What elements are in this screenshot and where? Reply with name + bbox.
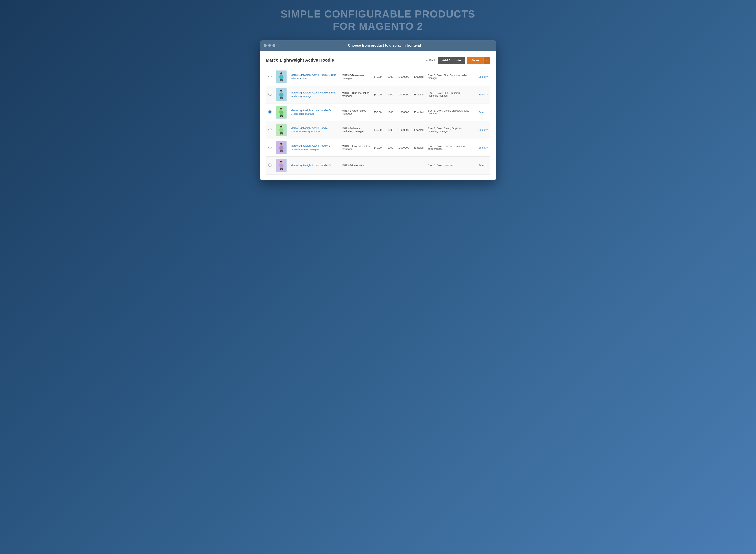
- toolbar-actions: ← Back Add Attribute Save ▼: [425, 57, 490, 64]
- radio-cell: [266, 156, 274, 174]
- sku-cell: MH13-S-Blue-sales manager: [340, 68, 372, 86]
- browser-window: Choose from product to display in fronte…: [260, 40, 496, 180]
- product-radio[interactable]: [268, 110, 271, 113]
- select-link[interactable]: Select ▼: [478, 111, 488, 114]
- product-table-container: Marco Lightweight Active Hoodie-S-Blue-s…: [266, 68, 490, 174]
- svg-point-11: [282, 116, 283, 117]
- attributes-cell: Size: S, Color: Blue, Dropdown: marketin…: [426, 86, 472, 103]
- sku-cell: MH13-S-Lavender-sales manager: [340, 139, 372, 156]
- add-attribute-button[interactable]: Add Attribute: [438, 57, 465, 64]
- select-cell: Select ▼: [472, 156, 490, 174]
- price-cell: $40.00: [372, 139, 386, 156]
- sku-cell: MH13-S-Blue-marketing manager: [340, 86, 372, 103]
- select-cell: Select ▼: [472, 139, 490, 156]
- browser-dot-2: [268, 44, 271, 47]
- select-link[interactable]: Select ▼: [478, 128, 488, 131]
- product-image: [276, 70, 287, 83]
- svg-point-18: [280, 152, 281, 152]
- radio-cell: [266, 86, 274, 103]
- name-cell: Marco Lightweight Active Hoodie-S-: [289, 156, 340, 174]
- weight-cell: [396, 156, 412, 174]
- chevron-down-icon: ▼: [486, 59, 488, 62]
- image-cell: [274, 68, 289, 86]
- product-image: [276, 123, 287, 136]
- product-table: Marco Lightweight Active Hoodie-S-Blue-s…: [266, 68, 490, 174]
- product-link[interactable]: Marco Lightweight Active Hoodie-S-Blue-s…: [291, 73, 337, 80]
- product-link[interactable]: Marco Lightweight Active Hoodie-S-: [291, 164, 331, 167]
- select-cell: Select ▼: [472, 103, 490, 121]
- product-radio[interactable]: [268, 146, 271, 149]
- table-row: Marco Lightweight Active Hoodie-S-Green-…: [266, 103, 490, 121]
- image-cell: [274, 156, 289, 174]
- radio-cell: [266, 68, 274, 86]
- sku-cell: MH13-S-Green-sales manager: [340, 103, 372, 121]
- svg-point-1: [280, 72, 282, 74]
- product-link[interactable]: Marco Lightweight Active Hoodie-S-Green-…: [291, 109, 331, 115]
- svg-point-21: [280, 161, 282, 162]
- product-title: Marco Lightweight Active Hoodie: [266, 58, 334, 63]
- table-row: Marco Lightweight Active Hoodie-S-MH13-S…: [266, 156, 490, 174]
- product-radio[interactable]: [268, 164, 271, 167]
- attributes-cell: Size: S, Color: Blue, Dropdown: sales ma…: [426, 68, 472, 86]
- svg-point-19: [282, 152, 283, 152]
- product-link[interactable]: Marco Lightweight Active Hoodie-S-Lavend…: [291, 144, 331, 151]
- svg-point-10: [280, 116, 281, 117]
- page-title: SIMPLE CONFIGURABLE PRODUCTS FOR MAGENTO…: [281, 8, 475, 33]
- image-cell: [274, 139, 289, 156]
- weight-cell: 1.000000: [396, 103, 412, 121]
- svg-point-22: [280, 169, 281, 170]
- browser-titlebar: Choose from product to display in fronte…: [260, 40, 496, 51]
- price-cell: [372, 156, 386, 174]
- select-link[interactable]: Select ▼: [478, 75, 488, 78]
- save-dropdown-button[interactable]: ▼: [484, 57, 490, 64]
- qty-cell: 1000: [386, 121, 396, 139]
- name-cell: Marco Lightweight Active Hoodie-S-Lavend…: [289, 139, 340, 156]
- table-row: Marco Lightweight Active Hoodie-S-Lavend…: [266, 139, 490, 156]
- qty-cell: 1000: [386, 103, 396, 121]
- svg-point-17: [280, 144, 282, 145]
- attributes-cell: Size: S, Color: Green, Dropdown: sales m…: [426, 103, 472, 121]
- back-button[interactable]: ← Back: [425, 59, 436, 62]
- product-image: [276, 141, 287, 154]
- image-cell: [274, 121, 289, 139]
- status-cell: Enabled: [412, 139, 426, 156]
- select-cell: Select ▼: [472, 86, 490, 103]
- price-cell: $55.00: [372, 103, 386, 121]
- product-radio[interactable]: [268, 93, 271, 96]
- status-cell: [412, 156, 426, 174]
- product-radio[interactable]: [268, 128, 271, 131]
- status-cell: Enabled: [412, 68, 426, 86]
- svg-point-13: [280, 126, 282, 127]
- svg-point-6: [280, 99, 281, 99]
- product-image: [276, 88, 287, 101]
- table-row: Marco Lightweight Active Hoodie-S-Blue-m…: [266, 86, 490, 103]
- image-cell: [274, 103, 289, 121]
- price-cell: $40.00: [372, 68, 386, 86]
- svg-point-2: [280, 81, 281, 81]
- weight-cell: 1.000000: [396, 68, 412, 86]
- save-button[interactable]: Save: [467, 57, 484, 64]
- status-cell: Enabled: [412, 103, 426, 121]
- product-link[interactable]: Marco Lightweight Active Hoodie-S-Green-…: [291, 126, 331, 133]
- status-cell: Enabled: [412, 121, 426, 139]
- attributes-cell: Size: S, Color: Green, Dropdown: marketi…: [426, 121, 472, 139]
- product-radio[interactable]: [268, 75, 271, 78]
- product-link[interactable]: Marco Lightweight Active Hoodie-S-Blue-m…: [291, 91, 337, 98]
- radio-cell: [266, 103, 274, 121]
- qty-cell: 1000: [386, 86, 396, 103]
- select-link[interactable]: Select ▼: [478, 164, 488, 167]
- name-cell: Marco Lightweight Active Hoodie-S-Blue-s…: [289, 68, 340, 86]
- name-cell: Marco Lightweight Active Hoodie-S-Blue-m…: [289, 86, 340, 103]
- qty-cell: 1000: [386, 68, 396, 86]
- attributes-cell: Size: S, Color: Lavender,: [426, 156, 472, 174]
- table-row: Marco Lightweight Active Hoodie-S-Green-…: [266, 121, 490, 139]
- select-link[interactable]: Select ▼: [478, 93, 488, 96]
- name-cell: Marco Lightweight Active Hoodie-S-Green-…: [289, 121, 340, 139]
- name-cell: Marco Lightweight Active Hoodie-S-Green-…: [289, 103, 340, 121]
- select-cell: Select ▼: [472, 121, 490, 139]
- svg-point-23: [282, 169, 283, 170]
- select-link[interactable]: Select ▼: [478, 146, 488, 149]
- save-button-group: Save ▼: [467, 57, 490, 64]
- content-area: Marco Lightweight Active Hoodie ← Back A…: [260, 51, 496, 180]
- arrow-left-icon: ←: [425, 59, 428, 62]
